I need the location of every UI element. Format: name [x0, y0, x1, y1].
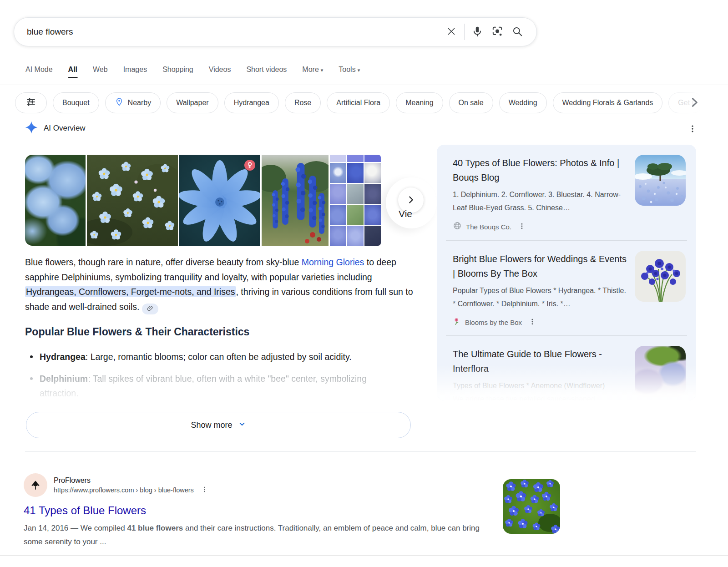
searchbar-divider — [464, 24, 465, 40]
source-card-thumbnail[interactable] — [635, 155, 686, 206]
chip-nearby-label: Nearby — [128, 99, 152, 107]
kebab-menu-icon — [201, 486, 208, 494]
carousel-image-forget-me-nots[interactable] — [87, 155, 178, 246]
result-site-name: ProFlowers — [54, 476, 208, 485]
collage-tile — [347, 226, 364, 246]
carousel-image-blue-flower[interactable] — [179, 155, 260, 246]
source-name: Blooms by the Box — [465, 319, 522, 326]
source-card-interflora[interactable]: The Ultimate Guide to Blue Flowers - Int… — [437, 336, 696, 400]
ai-image-carousel — [25, 155, 381, 246]
bullet-desc: : Large, romantic blooms; color can ofte… — [86, 352, 352, 362]
collage-tile — [364, 184, 381, 204]
carousel-image-collage[interactable] — [330, 155, 381, 246]
lens-search-button[interactable] — [487, 22, 507, 42]
ai-overview-menu-button[interactable] — [684, 121, 701, 137]
clear-search-button[interactable] — [441, 22, 461, 42]
collage-tile — [364, 205, 381, 225]
bullet-term: Hydrangea — [40, 352, 86, 362]
microphone-icon — [471, 25, 483, 39]
result-snippet: Jan 14, 2016 — We compiled 41 blue flowe… — [24, 521, 492, 549]
chip-nearby[interactable]: Nearby — [105, 92, 161, 113]
tab-images[interactable]: Images — [123, 64, 147, 81]
source-card-snippet: 1. Delphinium. 2. Cornflower. 3. Bluesta… — [453, 188, 630, 214]
chip-wedding-florals[interactable]: Wedding Florals & Garlands — [553, 92, 663, 113]
collage-tile — [347, 155, 364, 162]
chip-wedding[interactable]: Wedding — [499, 92, 547, 113]
source-card-bouqs[interactable]: 40 Types of Blue Flowers: Photos & Info … — [437, 145, 696, 240]
tab-tools[interactable]: Tools▾ — [339, 64, 360, 81]
result-menu-button[interactable] — [201, 486, 208, 494]
source-card-title[interactable]: 40 Types of Blue Flowers: Photos & Info … — [453, 156, 630, 185]
filters-tune-button[interactable] — [15, 92, 47, 113]
section-heading: Popular Blue Flowers & Their Characteris… — [25, 326, 249, 338]
voice-search-button[interactable] — [467, 22, 487, 42]
organic-result-proflowers: ProFlowers https://www.proflowers.com › … — [24, 473, 524, 549]
tab-web[interactable]: Web — [93, 64, 108, 81]
card-menu-button[interactable] — [529, 318, 536, 327]
list-item-hydrangea: Hydrangea: Large, romantic blooms; color… — [27, 349, 419, 364]
collage-tile — [330, 226, 346, 246]
tab-ai-mode[interactable]: AI Mode — [25, 64, 53, 81]
search-submit-button[interactable] — [507, 22, 527, 42]
ai-overview-bottom-divider — [25, 451, 696, 452]
tab-more[interactable]: More▾ — [302, 64, 323, 81]
result-site-block: ProFlowers https://www.proflowers.com › … — [54, 476, 208, 494]
collage-tile — [347, 205, 364, 225]
chip-rose[interactable]: Rose — [285, 92, 321, 113]
carousel-image-hydrangea[interactable] — [25, 155, 86, 246]
source-card-title[interactable]: The Ultimate Guide to Blue Flowers - Int… — [453, 347, 630, 376]
ai-overview-header: AI Overview — [25, 121, 86, 136]
bullet-desc-continued: attraction. — [40, 388, 79, 398]
list-item-delphinium: Delphinium: Tall spikes of vibrant blue,… — [27, 371, 419, 400]
collage-tile — [347, 184, 364, 204]
source-card-title[interactable]: Bright Blue Flowers for Weddings & Event… — [453, 252, 630, 281]
results-tab-bar: AI Mode All Web Images Shopping Videos S… — [25, 64, 360, 81]
chip-hydrangea[interactable]: Hydrangea — [224, 92, 279, 113]
tab-videos[interactable]: Videos — [209, 64, 231, 81]
source-row: Blooms by the Box — [453, 317, 686, 327]
morning-glories-link[interactable]: Morning Glories — [302, 257, 364, 267]
page-bottom-divider — [0, 555, 728, 556]
tab-all[interactable]: All — [68, 64, 77, 81]
carousel-view-all-label[interactable]: Vie — [399, 208, 412, 219]
chip-artificial-flora[interactable]: Artificial Flora — [327, 92, 390, 113]
result-thumbnail[interactable] — [503, 479, 560, 534]
ai-overview-label: AI Overview — [44, 124, 86, 133]
location-pin-icon — [115, 97, 124, 108]
kebab-menu-icon — [529, 318, 536, 327]
source-row: The Bouqs Co. — [453, 221, 686, 232]
tab-more-label: More — [302, 66, 318, 73]
chip-bouquet[interactable]: Bouquet — [53, 92, 99, 113]
chips-scroll-right-button[interactable] — [685, 94, 703, 112]
collage-tile — [347, 163, 364, 183]
source-card-blooms[interactable]: Bright Blue Flowers for Weddings & Event… — [437, 241, 696, 335]
chip-on-sale[interactable]: On sale — [449, 92, 493, 113]
kebab-menu-icon — [688, 124, 697, 135]
tab-shopping[interactable]: Shopping — [162, 64, 193, 81]
chip-meaning[interactable]: Meaning — [396, 92, 443, 113]
chevron-down-icon: ▾ — [321, 67, 324, 73]
search-input[interactable] — [27, 27, 441, 37]
source-card-thumbnail[interactable] — [635, 346, 686, 397]
show-more-button[interactable]: Show more — [26, 412, 411, 438]
tune-sliders-icon — [25, 96, 36, 109]
tab-short-videos[interactable]: Short videos — [246, 64, 287, 81]
search-bar — [14, 17, 537, 46]
collage-tile — [330, 184, 346, 204]
close-icon — [445, 25, 457, 39]
highlighted-phrase[interactable]: Hydrangeas, Cornflowers, Forget-me-nots,… — [25, 286, 236, 297]
globe-icon — [453, 221, 462, 232]
flower-favicon — [453, 317, 461, 327]
result-title-link[interactable]: 41 Types of Blue Flowers — [24, 504, 146, 517]
collage-tile — [364, 155, 381, 162]
source-card-thumbnail[interactable] — [635, 251, 686, 302]
chip-wallpaper[interactable]: Wallpaper — [167, 92, 218, 113]
source-card-snippet: Popular Types of Blue Flowers * Hydrange… — [453, 284, 630, 310]
carousel-image-delphiniums[interactable] — [262, 155, 329, 246]
ai-overview-paragraph: Blue flowers, though rare in nature, off… — [25, 255, 417, 314]
citation-link-button[interactable] — [142, 304, 158, 314]
collage-tile — [330, 205, 346, 225]
result-header[interactable]: ProFlowers https://www.proflowers.com › … — [24, 473, 524, 497]
filter-chips-row: Bouquet Nearby Wallpaper Hydrangea Rose … — [15, 92, 728, 114]
card-menu-button[interactable] — [518, 223, 526, 231]
